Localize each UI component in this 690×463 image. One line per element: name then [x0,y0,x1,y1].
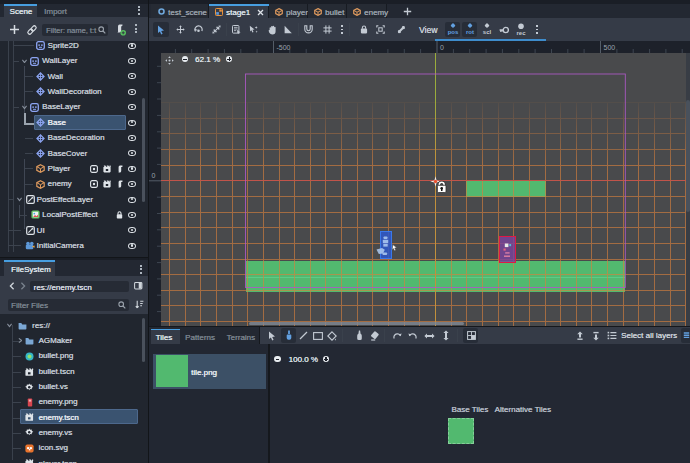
svg-text:rot: rot [466,29,474,35]
svg-text:0: 0 [152,172,156,179]
svg-text:scl: scl [482,29,491,35]
svg-text:rec: rec [516,30,526,36]
svg-text:500: 500 [604,44,616,51]
svg-text:pos: pos [447,29,458,35]
svg-text:-500: -500 [277,44,291,51]
svg-text:0: 0 [440,44,444,51]
